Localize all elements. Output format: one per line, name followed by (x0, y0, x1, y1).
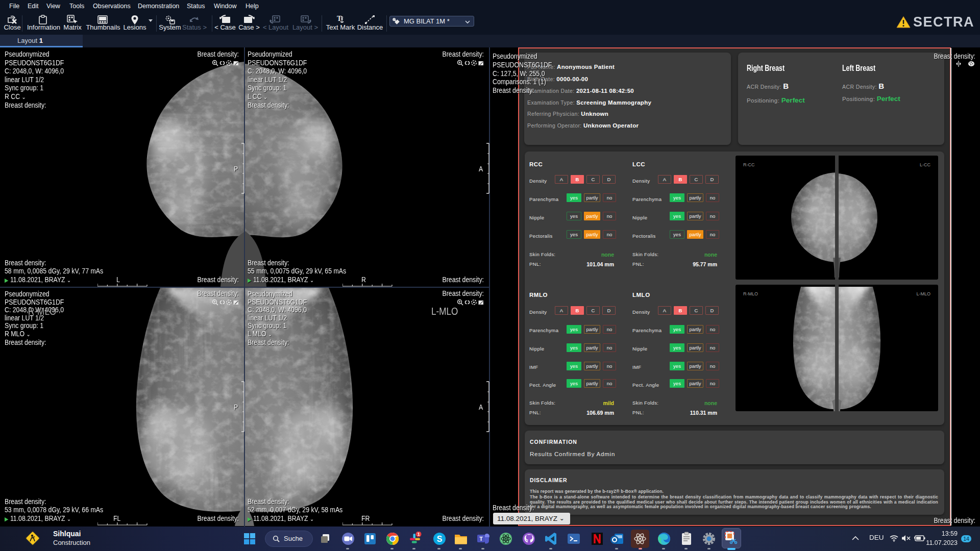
svg-text:S: S (437, 535, 443, 543)
svg-text:T: T (479, 536, 483, 542)
svg-text:1: 1 (418, 532, 420, 537)
svg-text:T: T (337, 15, 342, 22)
